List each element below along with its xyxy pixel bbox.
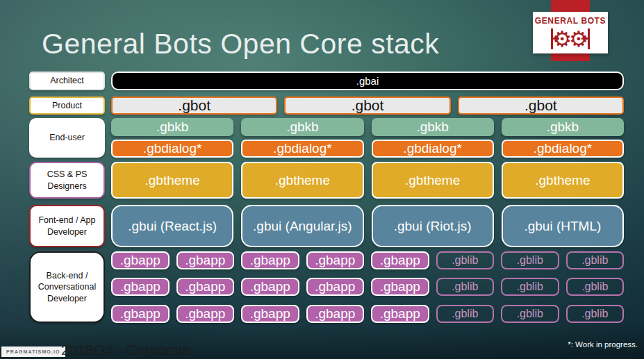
box-gbapp: .gbapp [241,251,299,269]
band-gbai: .gbai [111,72,624,90]
box-gbapp: .gbapp [111,251,170,269]
box-gblib: .gblib [436,251,495,269]
box-gbui: .gbui (Angular.js) [241,205,363,247]
band-gbdialog: .gbdialog*.gbdialog*.gbdialog*.gbdialog* [111,140,624,158]
logo-right-bar [588,28,590,49]
page-title: General Bots Open Core stack [42,28,439,60]
brand-logo: GENERAL BOTS ⚙ ⚙ [533,12,608,53]
box-gbapp: .gbapp [241,278,299,296]
box-gblib: .gblib [566,278,625,296]
box-gbui: .gbui (HTML) [502,205,624,247]
box-gbapp: .gbapp [371,305,429,323]
band-backend-row-1: .gbapp.gbapp.gbapp.gbapp.gbapp.gblib.gbl… [111,251,624,269]
box-gbtheme: .gbtheme [241,162,363,199]
box-gbapp: .gbapp [176,278,235,296]
box-gbkb: .gbkb [241,118,363,136]
box-gbot: .gbot [111,97,277,115]
band-gbtheme: .gbtheme.gbtheme.gbtheme.gbtheme [111,162,624,199]
box-gblib: .gblib [566,251,625,269]
work-in-progress-note: *: Work in progress. [568,340,638,349]
band-backend-row-2: .gbapp.gbapp.gbapp.gbapp.gbapp.gblib.gbl… [111,278,624,296]
role-label-css-ps-designers: CSS & PS Designers [29,162,105,199]
box-gbui: .gbui (React.js) [111,205,233,247]
box-gbkb: .gbkb [372,118,494,136]
box-gbui: .gbui (Riot.js) [372,205,494,247]
footer-brand-badge: PRAGMATISMO.IO [1,347,65,357]
box-gblib: .gblib [436,305,495,323]
band-gbui: .gbui (React.js).gbui (Angular.js).gbui … [111,205,624,247]
box-gbdialog: .gbdialog* [111,140,233,158]
box-gblib: .gblib [501,251,559,269]
role-label-back-end-conversational-developer: Back-end / Conversational Developer [29,251,105,323]
brand-name: GENERAL BOTS [535,16,606,26]
role-label-product: Product [29,97,105,115]
box-gbot: .gbot [284,97,450,115]
footer-caption: 2018Q4 - Corporate [61,342,191,358]
role-label-font-end-app-developer: Font-end / App Developer [29,205,105,247]
band-gbot: .gbot.gbot.gbot [111,97,624,115]
box-gblib: .gblib [566,305,625,323]
role-label-end-user: End-user [29,118,105,158]
box-gbkb: .gbkb [111,118,233,136]
slide: General Bots Open Core stack GENERAL BOT… [0,0,644,359]
box-gbkb: .gbkb [502,118,624,136]
box-gbdialog: .gbdialog* [241,140,363,158]
box-gblib: .gblib [436,278,495,296]
box-gbapp: .gbapp [371,278,429,296]
box-gbapp: .gbapp [111,305,170,323]
box-gbtheme: .gbtheme [111,162,233,199]
box-gbapp: .gbapp [306,305,365,323]
box-gblib: .gblib [501,278,559,296]
box-gbdialog: .gbdialog* [372,140,494,158]
band-gbkb: .gbkb.gbkb.gbkb.gbkb [111,118,624,136]
box-gbapp: .gbapp [111,278,170,296]
box-gbtheme: .gbtheme [502,162,624,199]
box-gbdialog: .gbdialog* [502,140,624,158]
box-gbapp: .gbapp [176,251,235,269]
box-gbapp: .gbapp [371,251,429,269]
logo-left-bar [551,28,553,49]
box-gbai: .gbai [111,72,624,90]
band-backend-row-3: .gbapp.gbapp.gbapp.gbapp.gbapp.gblib.gbl… [111,305,624,323]
box-gbapp: .gbapp [176,305,235,323]
box-gbapp: .gbapp [306,251,365,269]
role-label-architect: Architect [29,72,105,90]
box-gbapp: .gbapp [306,278,365,296]
box-gbot: .gbot [458,97,624,115]
logo-gears: ⚙ ⚙ [551,26,590,52]
box-gbtheme: .gbtheme [372,162,494,199]
box-gblib: .gblib [501,305,559,323]
box-gbapp: .gbapp [241,305,299,323]
